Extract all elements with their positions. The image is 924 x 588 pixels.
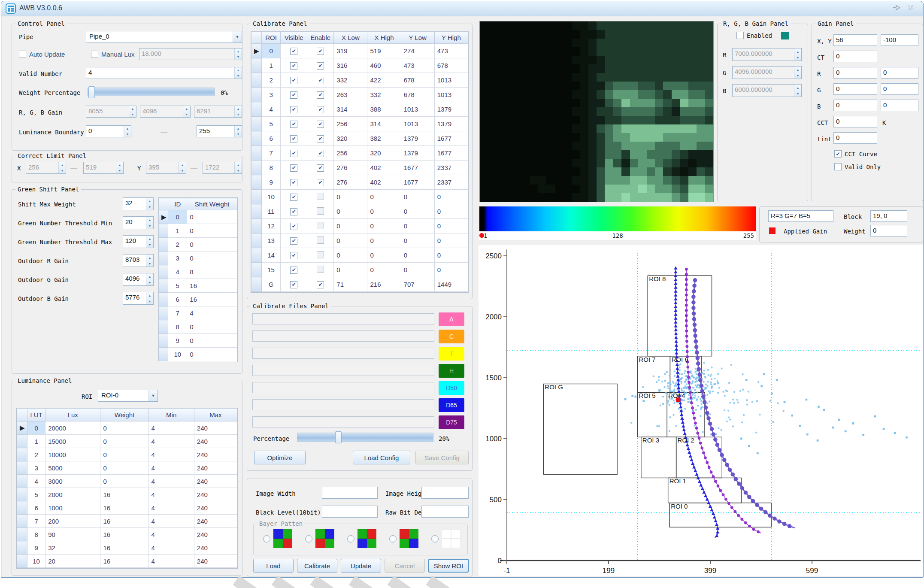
gain-b-field-1[interactable]: 0 [833, 100, 877, 111]
table-cell[interactable]: 7 [168, 306, 187, 320]
table-cell[interactable]: 240 [194, 555, 237, 568]
table-cell[interactable]: 14 [262, 248, 281, 263]
row-header[interactable] [17, 515, 27, 528]
table-cell[interactable]: 240 [194, 448, 237, 461]
visible-checkbox[interactable]: ✔ [290, 208, 297, 215]
column-header[interactable]: LUT [27, 409, 45, 421]
table-cell[interactable]: 0 [187, 210, 237, 224]
table-cell[interactable]: 402 [367, 161, 401, 175]
image-preview[interactable] [479, 21, 714, 202]
manual-lux-box[interactable] [91, 51, 98, 58]
table-cell[interactable]: 1 [27, 435, 45, 448]
table-cell[interactable]: 1677 [434, 146, 468, 161]
visible-checkbox[interactable]: ✔ [290, 179, 297, 186]
bayer-radio-1[interactable] [305, 535, 312, 543]
table-cell[interactable]: 263 [334, 88, 367, 102]
table-row[interactable]: 5✔✔25631410131379 [251, 117, 468, 131]
row-header[interactable] [17, 555, 27, 568]
table-cell[interactable]: 4 [168, 265, 187, 279]
table-cell[interactable]: 1677 [434, 131, 468, 146]
column-header[interactable]: Lux [45, 409, 100, 421]
table-cell[interactable]: 0 [367, 233, 401, 248]
illuminant-button-c[interactable]: C [439, 330, 464, 343]
table-cell[interactable]: 4 [262, 102, 281, 117]
row-header[interactable] [251, 233, 262, 248]
table-cell[interactable]: 388 [367, 102, 401, 117]
luminance-min-spinner[interactable]: 0 ▲▼ [86, 125, 131, 137]
enable-checkbox[interactable]: ✔ [317, 121, 324, 128]
table-cell[interactable]: 0 [401, 233, 434, 248]
table-cell[interactable]: 4 [148, 515, 194, 528]
cct-chart[interactable]: 05001000150020002500-1199399599ROI 0ROI … [479, 245, 923, 576]
row-header[interactable] [251, 263, 262, 277]
table-cell[interactable]: 4 [148, 435, 194, 448]
row-header[interactable] [159, 348, 168, 361]
table-cell[interactable]: 0 [434, 248, 468, 263]
table-cell[interactable]: 240 [194, 515, 237, 528]
table-cell[interactable]: 316 [334, 58, 367, 73]
enable-checkbox[interactable]: ✔ [317, 164, 324, 172]
calibrate-file-input-c[interactable] [252, 330, 434, 342]
table-cell[interactable]: 678 [401, 73, 434, 88]
table-cell[interactable]: 2 [262, 73, 281, 88]
bayer-pattern-swatch-1[interactable] [315, 529, 334, 548]
bayer-radio-2[interactable] [347, 535, 354, 543]
table-cell[interactable]: 16 [100, 515, 148, 528]
row-header[interactable] [17, 541, 27, 555]
enable-checkbox[interactable]: ✔ [317, 91, 324, 99]
row-header[interactable] [17, 475, 27, 488]
table-cell[interactable]: 10 [27, 555, 45, 568]
row-header[interactable] [159, 279, 168, 293]
table-cell[interactable]: 4 [148, 488, 194, 501]
table-row[interactable]: 6✔✔32038213791677 [251, 131, 468, 146]
table-row[interactable]: 74 [159, 306, 237, 320]
table-cell[interactable]: 13 [262, 233, 281, 248]
column-header[interactable]: Min [148, 409, 194, 421]
calibrate-file-input-a[interactable] [252, 313, 434, 324]
table-cell[interactable]: 240 [194, 421, 237, 435]
row-header[interactable] [251, 58, 262, 73]
visible-checkbox[interactable]: ✔ [290, 252, 297, 259]
valid-only-checkbox[interactable]: Valid Only [834, 163, 881, 170]
table-cell[interactable]: 16 [100, 488, 148, 501]
table-cell[interactable]: 1677 [401, 161, 434, 175]
table-row[interactable]: 9✔✔27640216772337 [251, 175, 468, 190]
visible-checkbox[interactable]: ✔ [290, 62, 297, 70]
luminance-max-spinner[interactable]: 255 ▲▼ [197, 125, 242, 137]
column-header[interactable]: Visible [281, 32, 307, 44]
table-cell[interactable]: 3000 [45, 475, 100, 488]
table-cell[interactable]: 5000 [45, 461, 100, 475]
table-cell[interactable]: 1013 [401, 102, 434, 117]
table-cell[interactable]: 0 [100, 421, 148, 435]
table-cell[interactable]: 4 [148, 541, 194, 555]
table-cell[interactable]: 460 [367, 58, 401, 73]
table-cell[interactable]: 15000 [45, 435, 100, 448]
table-cell[interactable]: 0 [334, 248, 367, 263]
gain-y-field[interactable]: -100 [881, 34, 918, 46]
chevron-down-icon[interactable]: ▼ [233, 31, 242, 42]
table-cell[interactable]: 2337 [434, 175, 468, 190]
table-cell[interactable]: 1013 [434, 73, 468, 88]
enable-checkbox[interactable]: ✔ [317, 179, 324, 186]
table-cell[interactable]: 7 [262, 146, 281, 161]
row-header[interactable]: ▶ [251, 44, 262, 58]
close-window-icon[interactable] [904, 4, 917, 13]
table-cell[interactable]: 240 [194, 475, 237, 488]
table-row[interactable]: 2✔✔3324226781013 [251, 73, 468, 88]
table-cell[interactable]: 319 [334, 44, 367, 58]
table-row[interactable]: G✔✔712167071449 [251, 277, 468, 292]
table-row[interactable]: 932164240 [17, 541, 237, 555]
manual-lux-checkbox[interactable]: Manual Lux [91, 51, 135, 58]
table-cell[interactable]: 1379 [434, 102, 468, 117]
row-header[interactable] [251, 117, 262, 131]
row-header[interactable] [251, 248, 262, 263]
table-cell[interactable]: 0 [187, 238, 237, 252]
table-cell[interactable]: 16 [187, 279, 237, 293]
table-cell[interactable]: 1 [168, 224, 187, 238]
row-header[interactable] [159, 224, 168, 238]
enable-checkbox[interactable]: ✔ [317, 150, 324, 157]
illuminant-button-a[interactable]: A [439, 312, 464, 326]
row-header[interactable] [159, 252, 168, 265]
visible-checkbox[interactable]: ✔ [290, 135, 297, 142]
image-height-field[interactable] [421, 487, 469, 499]
